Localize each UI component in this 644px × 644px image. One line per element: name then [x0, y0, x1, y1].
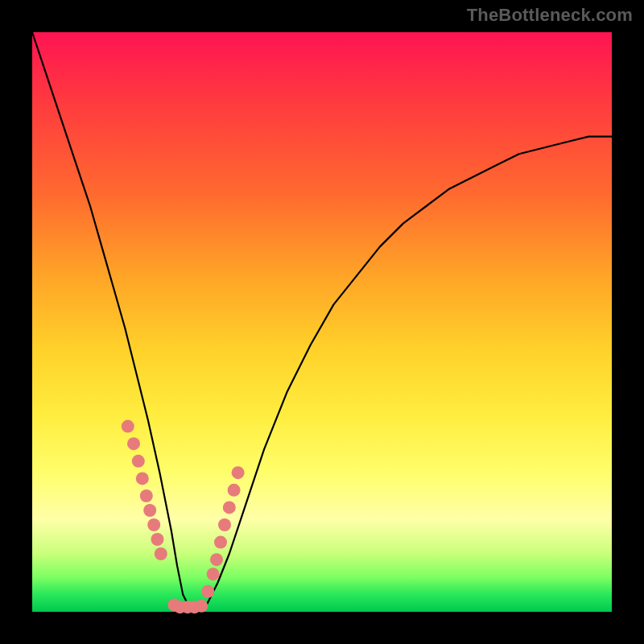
data-marker: [223, 501, 236, 514]
data-marker: [151, 533, 164, 546]
data-marker: [228, 484, 241, 497]
marker-group: [122, 420, 245, 614]
watermark-text: TheBottleneck.com: [467, 5, 633, 26]
chart-stage: TheBottleneck.com: [0, 0, 644, 644]
data-marker: [207, 568, 220, 580]
data-marker: [122, 420, 134, 433]
data-marker: [140, 489, 153, 502]
data-marker: [214, 536, 227, 549]
bottleneck-curve: [32, 32, 612, 612]
data-marker: [218, 518, 231, 531]
data-marker: [132, 455, 145, 468]
data-marker: [195, 600, 208, 613]
data-marker: [136, 472, 149, 485]
data-marker: [201, 585, 214, 598]
data-marker: [127, 437, 140, 450]
chart-svg: [32, 32, 612, 612]
plot-area: [32, 32, 612, 612]
data-marker: [143, 504, 156, 517]
data-marker: [155, 547, 167, 560]
data-marker: [210, 553, 223, 566]
data-marker: [232, 466, 245, 479]
data-marker: [147, 518, 160, 531]
